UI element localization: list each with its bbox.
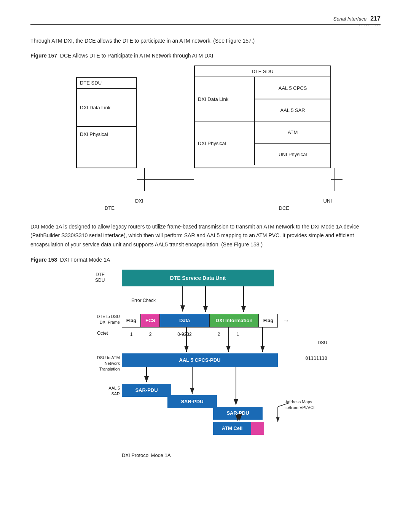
oct2: 2 (141, 332, 160, 337)
sar-pdu-1: SAR-PDU (122, 384, 171, 397)
atm-cell: ATM (255, 121, 330, 144)
flag1-cell: Flag (122, 314, 141, 328)
diagram-158: DTESDU DTE Service Data Unit Error Check… (76, 270, 335, 468)
dxi-physical-left: DXI Physical (77, 127, 136, 142)
atm-cell-pink-block (251, 422, 264, 435)
dte-service-data-unit-bar: DTE Service Data Unit (122, 270, 274, 286)
label-dce: DCE (279, 205, 289, 211)
dsu-label: DSU (318, 340, 327, 345)
page-header: Serial Interface 217 (30, 15, 381, 25)
error-check-label: Error Check (131, 298, 156, 303)
oct5: 1 (228, 332, 247, 337)
address-maps-label: Address Mapsto/from VPI/VCI (285, 399, 331, 411)
frame-arrow: → (282, 316, 289, 324)
uni-physical-cell: UNI Physical (255, 144, 330, 165)
diagram-labels-row1: DXI UNI (68, 198, 342, 204)
data-cell: Data (160, 314, 209, 328)
frame-row: Flag FCS Data DXI Information Flag → (122, 314, 278, 328)
figure158-caption: Figure 158 DXI Format Mode 1A (30, 257, 381, 263)
dte-sdu-text: DTESDU (95, 272, 105, 283)
figure157-label: Figure 157 (30, 53, 57, 59)
fcs-cell: FCS (141, 314, 160, 328)
aal5-cpcs-label: DSU to ATMNetworkTranslation (84, 355, 120, 372)
page-number: 217 (370, 15, 381, 22)
flag2-cell: Flag (259, 314, 278, 328)
figure158-caption-text: DXI Format Mode 1A (60, 257, 110, 263)
sar-pdu-3: SAR-PDU (213, 407, 263, 420)
octet-row: 1 2 0-9232 2 1 (122, 330, 247, 339)
oct3: 0-9232 (160, 332, 209, 337)
figure-158-container: DTESDU DTE Service Data Unit Error Check… (76, 270, 335, 468)
dte-sdu-left-title: DTE SDU (77, 78, 136, 89)
header-title: Serial Interface (333, 16, 366, 22)
dte-sdu-side-label: DTESDU (95, 272, 105, 284)
dxi-data-link-left: DXI Data Link (77, 89, 136, 127)
figure-157-container: DTE SDU DXI Data Link DXI Physical DTE S… (68, 66, 342, 211)
body-paragraph: DXI Mode 1A is designed to allow legacy … (30, 222, 381, 249)
header-dots: ............ (359, 22, 381, 26)
aal5-cpcs-cell: AAL 5 CPCS (255, 77, 330, 99)
label-uni: UNI (323, 198, 332, 204)
oct4: 2 (209, 332, 228, 337)
aal5-sar-label: AAL 5SAR (84, 385, 120, 397)
sar-pdu-2: SAR-PDU (167, 395, 217, 408)
label-dte: DTE (105, 205, 115, 211)
diagram-157: DTE SDU DXI Data Link DXI Physical DTE S… (68, 66, 342, 195)
octet-label: Octet (97, 331, 108, 336)
diagram-labels-row2: DTE DCE (68, 205, 342, 211)
oct1: 1 (122, 332, 141, 337)
atm-cell-label: ATM Cell (213, 422, 251, 435)
dte-sdu-right-title: DTE SDU (195, 66, 330, 77)
atm-cell-container: ATM Cell (213, 422, 264, 435)
dxi-physical-right: DXI Physical (195, 121, 254, 165)
dxi-data-link-right: DXI Data Link (195, 77, 254, 121)
page: Serial Interface 217 ............ Throug… (0, 0, 411, 490)
dxi-protocol-label: DXI Protocol Mode 1A (122, 452, 171, 458)
figure158-label: Figure 158 (30, 257, 57, 263)
figure157-caption: Figure 157 DCE Allows DTE to Participate… (30, 53, 381, 59)
label-dxi: DXI (135, 198, 143, 204)
figure157-caption-text: DCE Allows DTE to Participate in ATM Net… (60, 53, 213, 59)
aal5-sar-cell: AAL 5 SAR (255, 99, 330, 121)
dte-to-dsu-label: DTE to DSUDXI Frame (84, 314, 120, 326)
dsu-binary-value: 01111110 (305, 356, 327, 361)
aal-atm-col: AAL 5 CPCS AAL 5 SAR ATM UNI Physical (255, 77, 330, 165)
aal5-cpcs-bar: AAL 5 CPCS-PDU (122, 353, 278, 367)
dte-sdu-right-body: DXI Data Link DXI Physical AAL 5 CPCS AA… (195, 77, 330, 165)
dte-sdu-right-box: DTE SDU DXI Data Link DXI Physical AAL 5… (194, 66, 331, 168)
dxi-info-cell: DXI Information (209, 314, 259, 328)
intro-paragraph: Through ATM DXI, the DCE allows the DTE … (30, 37, 381, 45)
dte-sdu-left-box: DTE SDU DXI Data Link DXI Physical (76, 77, 137, 168)
dxi-data-link-right-col: DXI Data Link DXI Physical (195, 77, 255, 165)
